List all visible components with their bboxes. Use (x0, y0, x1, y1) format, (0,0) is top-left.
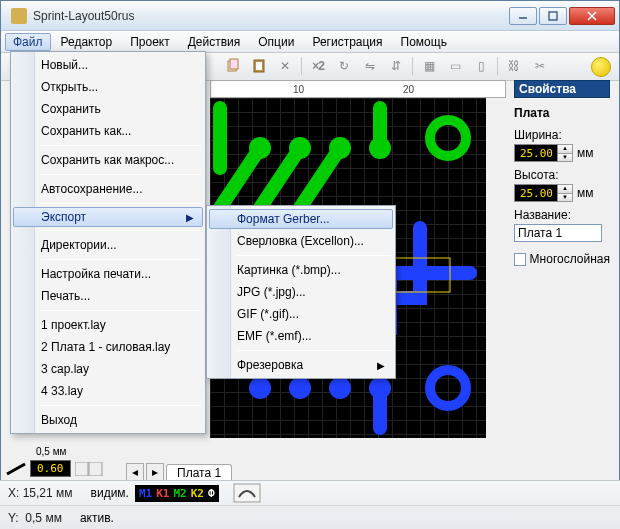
export-excellon[interactable]: Сверловка (Excellon)... (209, 230, 393, 252)
export-milling[interactable]: Фрезеровка▶ (209, 354, 393, 376)
track-width-value[interactable]: 0.60 (30, 460, 71, 477)
x-label: X: (8, 486, 19, 500)
height-unit: мм (577, 186, 594, 200)
export-gif[interactable]: GIF (*.gif)... (209, 303, 393, 325)
menu-project[interactable]: Проект (122, 33, 178, 51)
layer-k2[interactable]: К2 (189, 486, 206, 501)
file-autosave[interactable]: Автосохранение... (13, 178, 203, 200)
file-exit[interactable]: Выход (13, 409, 203, 431)
svg-point-5 (430, 120, 466, 156)
mirror-v-icon[interactable]: ⇵ (386, 56, 406, 76)
layer-k1[interactable]: К1 (154, 486, 171, 501)
group-icon[interactable]: ▭ (445, 56, 465, 76)
window-title: Sprint-Layout50rus (33, 9, 509, 23)
height-spinner[interactable]: ▲▼ (558, 184, 573, 202)
name-label: Название: (514, 208, 610, 222)
file-recent-4[interactable]: 4 33.lay (13, 380, 203, 402)
menubar: Файл Редактор Проект Действия Опции Реги… (1, 31, 619, 53)
tab-strip: ◂ ▸ Плата 1 (126, 461, 232, 481)
properties-panel: Плата Ширина: ▲▼ мм Высота: ▲▼ мм Назван… (514, 100, 610, 266)
menu-file[interactable]: Файл (5, 33, 51, 51)
search-icon[interactable] (591, 57, 611, 77)
file-open[interactable]: Открыть... (13, 76, 203, 98)
maximize-button[interactable] (539, 7, 567, 25)
svg-rect-0 (549, 12, 557, 20)
layer-m1[interactable]: М1 (137, 486, 154, 501)
close-button[interactable] (569, 7, 615, 25)
width-unit: мм (577, 146, 594, 160)
width-spinner[interactable]: ▲▼ (558, 144, 573, 162)
delete-icon[interactable]: ✕ (275, 56, 295, 76)
multilayer-checkbox[interactable] (514, 253, 526, 266)
menu-actions[interactable]: Действия (180, 33, 249, 51)
duplicate-button[interactable]: ×2 (308, 56, 328, 76)
multilayer-label: Многослойная (530, 252, 610, 266)
track-width-panel: 0.60 (6, 460, 103, 477)
file-save[interactable]: Сохранить (13, 98, 203, 120)
export-emf[interactable]: EMF (*.emf)... (209, 325, 393, 347)
break-icon[interactable]: ✂ (530, 56, 550, 76)
track-width-half: 0,5 мм (36, 446, 66, 457)
tab-next-button[interactable]: ▸ (146, 463, 164, 481)
layer-f[interactable]: Ф (206, 486, 217, 501)
file-recent-1[interactable]: 1 проект.lay (13, 314, 203, 336)
ruler-tick-20: 20 (403, 84, 414, 95)
file-printsetup[interactable]: Настройка печати... (13, 263, 203, 285)
app-icon (11, 8, 27, 24)
y-value: 0,5 мм (25, 511, 62, 525)
svg-point-14 (430, 370, 466, 406)
chain-icon[interactable]: ⛓ (504, 56, 524, 76)
status-bar: X: 15,21 мм видим. М1 К1 М2 К2 Ф Y: 0,5 … (0, 480, 620, 529)
export-bmp[interactable]: Картинка (*.bmp)... (209, 259, 393, 281)
ungroup-icon[interactable]: ▯ (471, 56, 491, 76)
file-print[interactable]: Печать... (13, 285, 203, 307)
paste-icon[interactable] (249, 56, 269, 76)
name-input[interactable] (514, 224, 602, 242)
x-value: 15,21 мм (23, 486, 73, 500)
file-new[interactable]: Новый... (13, 54, 203, 76)
active-label: актив. (80, 511, 114, 525)
ruler-tick-10: 10 (293, 84, 304, 95)
copy-icon[interactable] (223, 56, 243, 76)
menu-editor[interactable]: Редактор (53, 33, 121, 51)
width-input[interactable] (514, 144, 558, 162)
tab-board-1[interactable]: Плата 1 (166, 464, 232, 481)
export-gerber[interactable]: Формат Gerber... (209, 209, 393, 229)
svg-rect-24 (75, 462, 88, 476)
file-savemacro[interactable]: Сохранить как макрос... (13, 149, 203, 171)
visible-label: видим. (91, 486, 129, 500)
svg-rect-25 (89, 462, 102, 476)
file-directories[interactable]: Директории... (13, 234, 203, 256)
rotate-icon[interactable]: ↻ (334, 56, 354, 76)
titlebar[interactable]: Sprint-Layout50rus (1, 1, 619, 31)
minimize-button[interactable] (509, 7, 537, 25)
file-recent-3[interactable]: 3 cap.lay (13, 358, 203, 380)
export-jpg[interactable]: JPG (*.jpg)... (209, 281, 393, 303)
tool-icon[interactable] (233, 483, 261, 503)
svg-rect-26 (234, 484, 260, 502)
file-recent-2[interactable]: 2 Плата 1 - силовая.lay (13, 336, 203, 358)
track-icon (6, 462, 26, 476)
svg-rect-2 (230, 59, 238, 69)
menu-registration[interactable]: Регистрация (304, 33, 390, 51)
file-saveas[interactable]: Сохранить как... (13, 120, 203, 142)
width-label: Ширина: (514, 128, 610, 142)
file-export[interactable]: Экспорт▶ (13, 207, 203, 227)
mirror-h-icon[interactable]: ⇋ (360, 56, 380, 76)
tab-prev-button[interactable]: ◂ (126, 463, 144, 481)
height-input[interactable] (514, 184, 558, 202)
submenu-arrow-icon: ▶ (377, 360, 385, 371)
svg-rect-4 (256, 62, 262, 70)
export-submenu: Формат Gerber... Сверловка (Excellon)...… (206, 205, 396, 379)
app-window: Sprint-Layout50rus Файл Редактор Проект … (0, 0, 620, 529)
track-spinner[interactable] (75, 462, 103, 476)
menu-options[interactable]: Опции (250, 33, 302, 51)
ruler-horizontal: 10 20 (210, 80, 506, 98)
align-icon[interactable]: ▦ (419, 56, 439, 76)
y-label: Y: (8, 511, 19, 525)
menu-help[interactable]: Помощь (393, 33, 455, 51)
height-label: Высота: (514, 168, 610, 182)
layer-m2[interactable]: М2 (171, 486, 188, 501)
file-menu: Новый... Открыть... Сохранить Сохранить … (10, 51, 206, 434)
submenu-arrow-icon: ▶ (186, 212, 194, 223)
